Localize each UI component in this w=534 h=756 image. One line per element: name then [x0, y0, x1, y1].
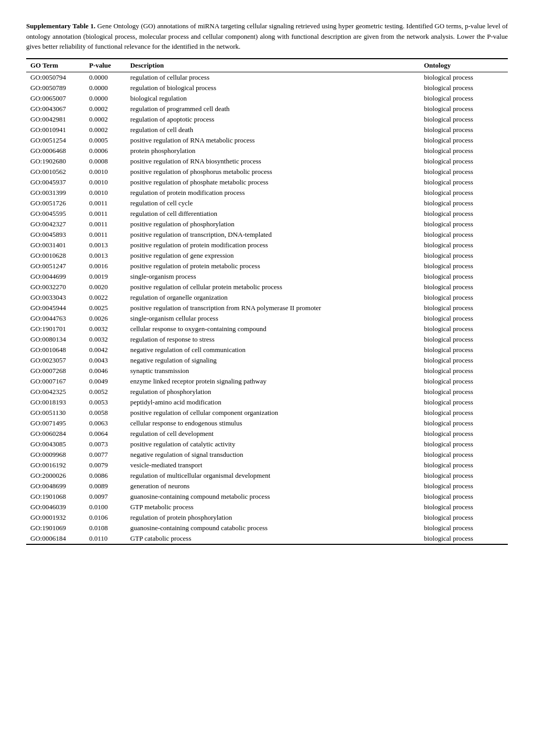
cell-go-term: GO:0044763	[26, 313, 85, 324]
cell-description: regulation of phosphorylation	[126, 387, 420, 397]
cell-pvalue: 0.0042	[85, 345, 126, 355]
table-row: GO:00430670.0002regulation of programmed…	[26, 104, 508, 114]
table-row: GO:00071670.0049enzyme linked receptor p…	[26, 376, 508, 387]
cell-go-term: GO:0010628	[26, 250, 85, 261]
cell-go-term: GO:2000026	[26, 470, 85, 481]
cell-pvalue: 0.0011	[85, 219, 126, 229]
cell-ontology: biological process	[420, 219, 508, 229]
cell-ontology: biological process	[420, 156, 508, 167]
cell-pvalue: 0.0064	[85, 429, 126, 439]
table-row: GO:00430850.0073positive regulation of c…	[26, 439, 508, 450]
cell-go-term: GO:0006468	[26, 146, 85, 156]
cell-description: biological regulation	[126, 93, 420, 104]
cell-go-term: GO:0007167	[26, 376, 85, 387]
cell-pvalue: 0.0106	[85, 512, 126, 523]
cell-ontology: biological process	[420, 303, 508, 313]
cell-description: regulation of apoptotic process	[126, 114, 420, 125]
cell-description: regulation of cell development	[126, 429, 420, 439]
cell-go-term: GO:0006184	[26, 533, 85, 544]
table-row: GO:00459370.0010positive regulation of p…	[26, 177, 508, 188]
cell-description: single-organism process	[126, 271, 420, 282]
cell-description: positive regulation of phosphorylation	[126, 219, 420, 229]
cell-go-term: GO:0048699	[26, 481, 85, 491]
cell-ontology: biological process	[420, 261, 508, 271]
cell-go-term: GO:0045937	[26, 177, 85, 188]
cell-go-term: GO:0042325	[26, 387, 85, 397]
cell-pvalue: 0.0063	[85, 418, 126, 429]
cell-ontology: biological process	[420, 345, 508, 355]
table-row: GO:19017010.0032cellular response to oxy…	[26, 324, 508, 334]
cell-description: regulation of protein modification proce…	[126, 188, 420, 198]
table-row: GO:00106280.0013positive regulation of g…	[26, 250, 508, 261]
cell-description: regulation of cell death	[126, 125, 420, 135]
cell-description: enzyme linked receptor protein signaling…	[126, 376, 420, 387]
cell-pvalue: 0.0049	[85, 376, 126, 387]
cell-go-term: GO:0065007	[26, 93, 85, 104]
cell-description: regulation of programmed cell death	[126, 104, 420, 114]
cell-ontology: biological process	[420, 72, 508, 83]
cell-ontology: biological process	[420, 376, 508, 387]
cell-pvalue: 0.0011	[85, 229, 126, 240]
cell-go-term: GO:0031399	[26, 188, 85, 198]
cell-description: peptidyl-amino acid modification	[126, 397, 420, 408]
cell-pvalue: 0.0022	[85, 292, 126, 303]
cell-go-term: GO:0010562	[26, 167, 85, 177]
cell-ontology: biological process	[420, 125, 508, 135]
cell-ontology: biological process	[420, 313, 508, 324]
cell-pvalue: 0.0002	[85, 104, 126, 114]
table-row: GO:00423270.0011positive regulation of p…	[26, 219, 508, 229]
cell-go-term: GO:0031401	[26, 240, 85, 250]
cell-pvalue: 0.0019	[85, 271, 126, 282]
cell-pvalue: 0.0086	[85, 470, 126, 481]
cell-go-term: GO:0046039	[26, 502, 85, 512]
table-row: GO:00801340.0032regulation of response t…	[26, 334, 508, 345]
table-row: GO:19026800.0008positive regulation of R…	[26, 156, 508, 167]
cell-go-term: GO:0032270	[26, 282, 85, 292]
table-row: GO:00099680.0077negative regulation of s…	[26, 450, 508, 460]
cell-pvalue: 0.0032	[85, 334, 126, 345]
cell-description: vesicle-mediated transport	[126, 460, 420, 470]
table-row: GO:00458930.0011positive regulation of t…	[26, 229, 508, 240]
table-row: GO:00446990.0019single-organism processb…	[26, 271, 508, 282]
cell-go-term: GO:0045893	[26, 229, 85, 240]
cell-description: positive regulation of phosphorus metabo…	[126, 167, 420, 177]
cell-description: regulation of cell differentiation	[126, 209, 420, 219]
cell-ontology: biological process	[420, 188, 508, 198]
cell-ontology: biological process	[420, 397, 508, 408]
cell-go-term: GO:0044699	[26, 271, 85, 282]
cell-go-term: GO:0071495	[26, 418, 85, 429]
cell-pvalue: 0.0110	[85, 533, 126, 544]
cell-description: generation of neurons	[126, 481, 420, 491]
header-row: GO Term P-value Description Ontology	[26, 59, 508, 72]
table-row: GO:00459440.0025positive regulation of t…	[26, 303, 508, 313]
cell-pvalue: 0.0008	[85, 156, 126, 167]
table-row: GO:00429810.0002regulation of apoptotic …	[26, 114, 508, 125]
table-row: GO:19010680.0097guanosine-containing com…	[26, 491, 508, 502]
cell-pvalue: 0.0053	[85, 397, 126, 408]
cell-ontology: biological process	[420, 324, 508, 334]
cell-description: negative regulation of signal transducti…	[126, 450, 420, 460]
cell-pvalue: 0.0020	[85, 282, 126, 292]
table-row: GO:00455950.0011regulation of cell diffe…	[26, 209, 508, 219]
cell-description: synaptic transmission	[126, 366, 420, 376]
cell-ontology: biological process	[420, 460, 508, 470]
cell-go-term: GO:0010941	[26, 125, 85, 135]
cell-go-term: GO:0001932	[26, 512, 85, 523]
table-row: GO:00109410.0002regulation of cell death…	[26, 125, 508, 135]
cell-go-term: GO:0042981	[26, 114, 85, 125]
cell-ontology: biological process	[420, 198, 508, 209]
cell-ontology: biological process	[420, 439, 508, 450]
cell-pvalue: 0.0002	[85, 125, 126, 135]
cell-pvalue: 0.0006	[85, 146, 126, 156]
header-ontology: Ontology	[420, 59, 508, 72]
cell-ontology: biological process	[420, 93, 508, 104]
cell-pvalue: 0.0010	[85, 167, 126, 177]
cell-ontology: biological process	[420, 523, 508, 533]
cell-ontology: biological process	[420, 83, 508, 93]
table-row: GO:00447630.0026single-organism cellular…	[26, 313, 508, 324]
cell-go-term: GO:0045595	[26, 209, 85, 219]
table-row: GO:00181930.0053peptidyl-amino acid modi…	[26, 397, 508, 408]
header-description: Description	[126, 59, 420, 72]
cell-ontology: biological process	[420, 470, 508, 481]
cell-pvalue: 0.0079	[85, 460, 126, 470]
